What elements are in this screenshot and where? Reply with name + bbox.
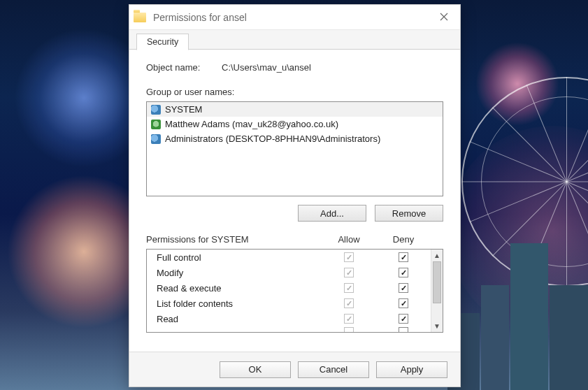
principal-name: Administrators (DESKTOP-8PHHAN9\Administ… [165,133,380,144]
group-icon [151,105,161,115]
permission-row: Full control [147,250,431,265]
deny-checkbox[interactable] [399,268,408,277]
permission-row: List folder contents [147,296,431,311]
close-icon [440,11,448,24]
principal-item[interactable]: Matthew Adams (mav_uk28@yahoo.co.uk) [147,117,443,131]
close-button[interactable] [428,5,460,30]
decorative-wheel [461,77,588,287]
tabstrip: Security [129,30,460,50]
button-label: Remove [392,208,426,219]
cancel-button[interactable]: Cancel [298,361,369,378]
deny-checkbox[interactable] [399,283,408,293]
permission-label: Read & execute [157,283,322,294]
permission-row: Modify [147,265,431,280]
tab-label: Security [147,37,178,47]
permission-label: List folder contents [157,298,322,309]
allow-checkbox [344,314,354,324]
apply-button[interactable]: Apply [376,361,447,378]
allow-checkbox [344,268,354,277]
group-icon [151,134,161,144]
permission-row [147,326,431,332]
deny-checkbox[interactable] [399,327,408,332]
permissions-listbox: Full controlModifyRead & executeList fol… [146,249,443,333]
titlebar[interactable]: Permissions for ansel [129,5,460,30]
permission-label: Full control [157,252,322,263]
button-label: Add... [320,208,344,219]
deny-checkbox[interactable] [399,252,408,262]
deny-checkbox[interactable] [399,314,408,324]
button-label: Apply [401,364,424,375]
permissions-heading: Permissions for SYSTEM [146,234,322,245]
principals-listbox[interactable]: SYSTEMMatthew Adams (mav_uk28@yahoo.co.u… [146,101,443,196]
ok-button[interactable]: OK [220,361,291,378]
scroll-up-button[interactable]: ▲ [431,250,443,261]
add-button[interactable]: Add... [298,205,366,222]
principal-name: Matthew Adams (mav_uk28@yahoo.co.uk) [165,119,338,129]
permissions-dialog: Permissions for ansel Security Object na… [129,4,461,387]
decorative-glow [447,126,588,335]
principal-name: SYSTEM [165,104,202,115]
allow-checkbox [344,252,354,262]
permission-row: Read & execute [147,280,431,296]
allow-checkbox [344,327,354,332]
scroll-down-button[interactable]: ▼ [431,320,443,332]
permission-label: Modify [157,268,322,278]
col-allow: Allow [322,234,376,245]
dialog-footer: OK Cancel Apply [129,352,460,387]
allow-checkbox [344,298,354,308]
chevron-up-icon: ▲ [433,252,440,259]
window-title: Permissions for ansel [153,12,247,23]
permissions-scrollbar[interactable]: ▲ ▼ [431,250,443,332]
allow-checkbox [344,283,354,293]
permission-label: Read [157,314,322,324]
principals-label: Group or user names: [146,87,443,97]
col-deny: Deny [376,234,431,245]
tab-security[interactable]: Security [136,34,189,50]
scroll-track[interactable] [431,261,443,320]
desktop-wallpaper: Permissions for ansel Security Object na… [0,0,588,390]
button-label: Cancel [320,364,347,375]
folder-icon [134,13,146,22]
object-name-label: Object name: [146,62,216,73]
object-name-value: C:\Users\mav_u\ansel [222,62,311,73]
user-icon [151,120,161,129]
principal-item[interactable]: SYSTEM [147,102,443,117]
chevron-down-icon: ▼ [433,322,440,330]
scroll-thumb[interactable] [433,261,441,303]
principal-item[interactable]: Administrators (DESKTOP-8PHHAN9\Administ… [147,131,443,146]
remove-button[interactable]: Remove [375,205,443,222]
button-label: OK [249,364,262,375]
deny-checkbox[interactable] [399,298,408,308]
permission-row: Read [147,311,431,326]
decorative-glow [475,42,559,126]
